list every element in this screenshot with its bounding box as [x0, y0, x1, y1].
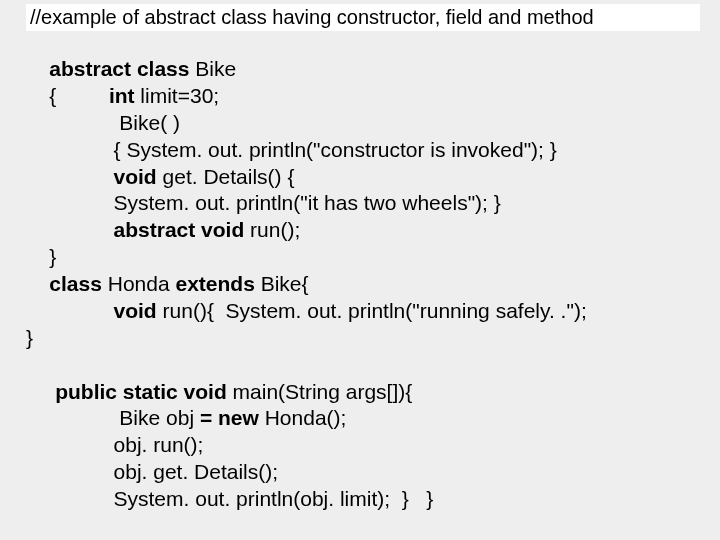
extends-bike: Bike{: [255, 272, 309, 295]
brace-open: {: [49, 84, 56, 107]
kw-void-1: void: [114, 165, 157, 188]
line-3: Bike( ): [26, 111, 180, 134]
var-obj-decl: Bike obj: [114, 406, 195, 429]
line-13: Bike obj = new Honda();: [26, 406, 346, 429]
line-7: abstract void run();: [26, 218, 300, 241]
kw-public-static-void: public static void: [55, 380, 227, 403]
ctor-bike: Bike( ): [114, 111, 181, 134]
line-8: }: [26, 245, 56, 268]
call-getdetails: obj. get. Details();: [114, 460, 279, 483]
line-12: public static void main(String args[]){: [26, 380, 412, 403]
field-limit: limit=30;: [135, 84, 220, 107]
method-run-abstract: run();: [244, 218, 300, 241]
method-getdetails-decl: get. Details() {: [157, 165, 295, 188]
kw-class: class: [49, 272, 102, 295]
line-11: }: [26, 326, 33, 349]
line-16: System. out. println(obj. limit); } }: [26, 487, 433, 510]
main-decl: main(String args[]){: [227, 380, 413, 403]
slide-title: //example of abstract class having const…: [26, 4, 700, 31]
line-9: class Honda extends Bike{: [26, 272, 309, 295]
kw-extends: extends: [170, 272, 255, 295]
kw-abstract-class: abstract class: [49, 57, 189, 80]
line-14: obj. run();: [26, 433, 203, 456]
brace-close-bike: }: [49, 245, 56, 268]
line-4: { System. out. println("constructor is i…: [26, 138, 557, 161]
line-15: obj. get. Details();: [26, 460, 278, 483]
kw-int: int: [109, 84, 135, 107]
line-1: abstract class Bike: [26, 57, 236, 80]
line-2: { int limit=30;: [26, 84, 219, 107]
kw-void-2: void: [114, 299, 157, 322]
ctor-body: { System. out. println("constructor is i…: [114, 138, 557, 161]
new-honda: Honda();: [259, 406, 347, 429]
call-println-limit: System. out. println(obj. limit); } }: [114, 487, 434, 510]
line-10: void run(){ System. out. println("runnin…: [26, 299, 587, 322]
slide: //example of abstract class having const…: [0, 0, 720, 540]
line-6: System. out. println("it has two wheels"…: [26, 191, 501, 214]
call-run: obj. run();: [114, 433, 204, 456]
class-name-honda: Honda: [102, 272, 170, 295]
code-block: abstract class Bike { int limit=30; Bike…: [26, 56, 710, 513]
class-name-bike: Bike: [189, 57, 236, 80]
method-run-impl: run(){ System. out. println("running saf…: [157, 299, 587, 322]
kw-eq-new: = new: [194, 406, 259, 429]
kw-abstract-void: abstract void: [114, 218, 245, 241]
method-getdetails-body: System. out. println("it has two wheels"…: [114, 191, 501, 214]
line-5: void get. Details() {: [26, 165, 294, 188]
